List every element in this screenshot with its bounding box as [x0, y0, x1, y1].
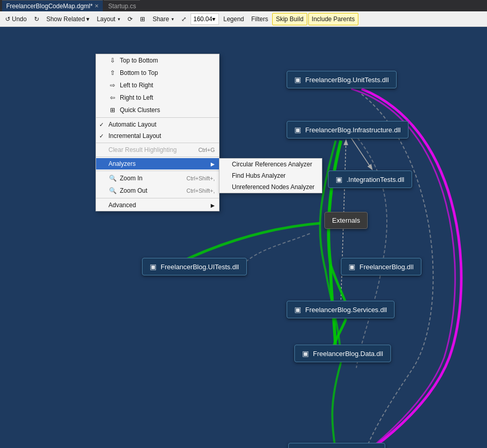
- analyzers-submenu: Circular References Analyzer Find Hubs A…: [219, 158, 322, 193]
- refresh-button[interactable]: ⟳: [124, 13, 136, 25]
- include-parents-button[interactable]: Include Parents: [308, 13, 358, 25]
- node-data[interactable]: ▣ FreelancerBlog.Data.dll: [294, 345, 391, 362]
- node-integration-tests[interactable]: ▣ .IntegrationTests.dll: [328, 171, 412, 188]
- menu-analyzers[interactable]: Analyzers ▶ Circular References Analyzer…: [96, 158, 219, 169]
- node-unit-tests-icon: ▣: [294, 75, 301, 84]
- circular-refs-label: Circular References Analyzer: [232, 161, 312, 168]
- node-infrastructure[interactable]: ▣ FreelancerBlog.Infrastructure.dll: [287, 121, 409, 138]
- menu-automatic-layout-label: Automatic Layout: [108, 121, 156, 128]
- analyzers-arrow-icon: ▶: [211, 161, 215, 167]
- legend-label: Legend: [223, 16, 244, 23]
- layout-options-button[interactable]: ⊞: [137, 13, 148, 25]
- advanced-arrow-icon: ▶: [211, 203, 215, 208]
- redo-button[interactable]: ↻: [31, 13, 42, 25]
- share-label: Share: [152, 16, 169, 23]
- node-services[interactable]: ▣ FreelancerBlog.Services.dll: [287, 301, 395, 318]
- menu-unreferenced[interactable]: Unreferenced Nodes Analyzer: [219, 181, 322, 193]
- menu-sep-1: [96, 117, 219, 118]
- canvas-area: ▣ FreelancerBlog.UnitTests.dll ▣ Freelan…: [0, 27, 487, 448]
- menu-right-to-left[interactable]: ⇦ Right to Left: [96, 91, 219, 104]
- menu-automatic-layout[interactable]: Automatic Layout: [96, 119, 219, 130]
- menu-advanced-label: Advanced: [108, 202, 136, 209]
- menu-quick-clusters[interactable]: ⊞ Quick Clusters: [96, 104, 219, 116]
- find-hubs-label: Find Hubs Analyzer: [232, 172, 286, 179]
- quick-clusters-icon: ⊞: [108, 106, 117, 114]
- menu-zoom-in[interactable]: 🔍 Zoom In Ctrl+Shift+,: [96, 172, 219, 184]
- node-externals[interactable]: Externals: [324, 212, 368, 229]
- node-main-icon: ▣: [349, 262, 355, 271]
- menu-advanced[interactable]: Advanced ▶: [96, 199, 219, 211]
- show-related-button[interactable]: Show Related ▾: [43, 13, 93, 25]
- node-integration-icon: ▣: [336, 175, 342, 183]
- tab-codemap-close[interactable]: ✕: [95, 3, 99, 9]
- menu-sep-4: [96, 171, 219, 171]
- menu-left-to-right[interactable]: ⇨ Left to Right: [96, 79, 219, 91]
- menu-zoom-in-label: Zoom In: [120, 175, 143, 182]
- node-ui-tests[interactable]: ▣ FreelancerBlog.UITests.dll: [142, 258, 247, 275]
- skip-build-button[interactable]: Skip Build: [272, 13, 307, 25]
- menu-quick-clusters-label: Quick Clusters: [120, 106, 160, 114]
- zoom-out-icon: 🔍: [108, 187, 117, 195]
- node-data-label: FreelancerBlog.Data.dll: [313, 350, 383, 358]
- menu-zoom-out[interactable]: 🔍 Zoom Out Ctrl+Shift+,: [96, 184, 219, 197]
- share-button[interactable]: Share: [149, 13, 177, 25]
- menu-right-to-left-label: Right to Left: [120, 94, 153, 101]
- menu-clear-result-label: Clear Result Highlighting: [108, 146, 177, 153]
- bottom-to-top-icon: ⇧: [108, 69, 117, 77]
- show-related-arrow-icon: ▾: [86, 16, 89, 23]
- unreferenced-label: Unreferenced Nodes Analyzer: [232, 183, 315, 191]
- node-ui-tests-label: FreelancerBlog.UITests.dll: [161, 263, 239, 271]
- skip-build-label: Skip Build: [276, 16, 303, 23]
- zoom-value: 160.04: [193, 16, 212, 23]
- node-data-icon: ▣: [302, 349, 309, 358]
- node-unit-tests[interactable]: ▣ FreelancerBlog.UnitTests.dll: [287, 71, 397, 88]
- menu-incremental-layout[interactable]: Incremental Layout: [96, 130, 219, 142]
- menu-top-to-bottom[interactable]: ⇩ Top to Bottom: [96, 54, 219, 67]
- menu-analyzers-label: Analyzers: [108, 160, 136, 167]
- menu-clear-result-shortcut: Ctrl+G: [198, 147, 215, 153]
- left-to-right-icon: ⇨: [108, 81, 117, 89]
- menu-top-to-bottom-label: Top to Bottom: [120, 57, 158, 64]
- node-integration-label: .IntegrationTests.dll: [347, 176, 404, 183]
- title-bar: FreelancerBlogCodeMap.dgml* ✕ Startup.cs: [0, 0, 487, 11]
- include-parents-label: Include Parents: [312, 16, 355, 23]
- export-button[interactable]: ⤢: [178, 13, 190, 25]
- undo-icon: ↺: [5, 16, 10, 23]
- tab-startup[interactable]: Startup.cs: [104, 0, 140, 11]
- connections-svg: [0, 27, 487, 448]
- menu-circular-refs[interactable]: Circular References Analyzer: [219, 159, 322, 170]
- node-services-label: FreelancerBlog.Services.dll: [305, 306, 387, 314]
- tab-codemap[interactable]: FreelancerBlogCodeMap.dgml* ✕: [2, 0, 103, 11]
- tab-codemap-label: FreelancerBlogCodeMap.dgml*: [6, 3, 92, 10]
- redo-icon: ↻: [34, 16, 39, 23]
- zoom-in-icon: 🔍: [108, 174, 117, 182]
- zoom-out-shortcut: Ctrl+Shift+,: [186, 188, 215, 194]
- node-services-icon: ▣: [294, 305, 301, 314]
- node-ui-tests-icon: ▣: [150, 262, 156, 271]
- menu-bottom-to-top[interactable]: ⇧ Bottom to Top: [96, 67, 219, 79]
- layout-options-icon: ⊞: [140, 16, 145, 23]
- filters-button[interactable]: Filters: [248, 13, 272, 25]
- export-icon: ⤢: [181, 16, 186, 23]
- layout-dropdown: ⇩ Top to Bottom ⇧ Bottom to Top ⇨ Left t…: [96, 54, 219, 211]
- undo-label: Undo: [12, 16, 27, 23]
- node-infrastructure-icon: ▣: [294, 126, 301, 134]
- zoom-arrow-icon: ▾: [212, 16, 215, 23]
- node-main[interactable]: ▣ FreelancerBlog.dll: [341, 258, 421, 275]
- node-infrastructure-label: FreelancerBlog.Infrastructure.dll: [305, 126, 401, 134]
- zoom-field[interactable]: 160.04 ▾: [191, 13, 219, 25]
- node-main-label: FreelancerBlog.dll: [359, 263, 414, 271]
- undo-button[interactable]: ↺ Undo: [2, 13, 30, 25]
- tab-startup-label: Startup.cs: [108, 3, 136, 10]
- legend-button[interactable]: Legend: [220, 13, 247, 25]
- menu-find-hubs[interactable]: Find Hubs Analyzer: [219, 170, 322, 181]
- menu-left-to-right-label: Left to Right: [120, 82, 153, 89]
- toolbar: ↺ Undo ↻ Show Related ▾ Layout ⟳ ⊞ Share…: [0, 11, 487, 27]
- node-externals-label: Externals: [332, 217, 360, 224]
- show-related-label: Show Related: [46, 16, 85, 23]
- refresh-icon: ⟳: [128, 16, 133, 23]
- zoom-in-shortcut: Ctrl+Shift+,: [186, 175, 215, 181]
- menu-sep-5: [96, 198, 219, 198]
- layout-button[interactable]: Layout: [93, 13, 123, 25]
- node-core[interactable]: ▣ FreelancerBlog.Core.dll: [288, 443, 385, 448]
